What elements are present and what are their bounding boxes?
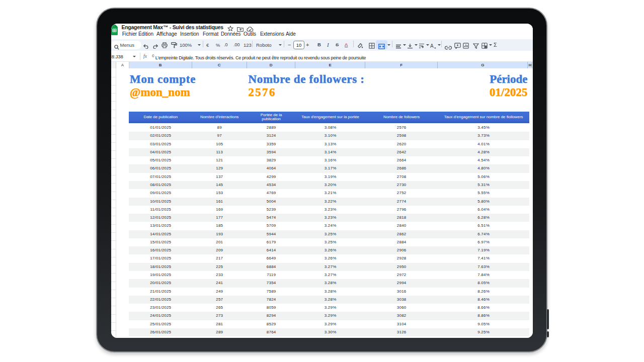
svg-text:A: A xyxy=(430,43,434,49)
